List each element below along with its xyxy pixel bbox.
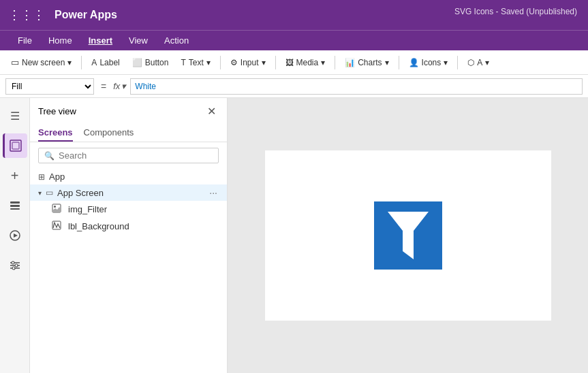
filter-icon-container [374,201,442,270]
canvas-area [228,98,588,373]
menu-rail-button[interactable]: ☰ [3,103,27,128]
label-icon: A [91,58,97,67]
chevron-down-icon: ▾ [206,58,211,67]
icons-button[interactable]: 👤 Icons ▾ [403,55,454,70]
chevron-down-icon: ▾ [444,58,448,67]
search-icon: 🔍 [44,151,55,161]
controls-rail-button[interactable] [3,253,27,278]
more-icon: ⬡ [467,58,474,67]
more-options-button[interactable]: ··· [208,187,219,198]
property-select[interactable]: Fill [5,78,94,95]
menu-home[interactable]: Home [42,34,79,47]
grid-icon: ⋮⋮⋮ [8,7,45,22]
button-button[interactable]: ⬜ Button [127,55,174,70]
image-icon [52,204,61,215]
svg-rect-4 [10,208,20,210]
svg-marker-16 [388,212,429,259]
formula-input[interactable] [130,78,583,95]
tab-screens[interactable]: Screens [38,125,73,142]
chevron-down-icon: ▾ [67,58,72,67]
app-title: Power Apps [55,9,117,21]
media-rail-button[interactable] [3,223,27,248]
chevron-down-icon: ▾ [38,189,42,197]
more-button[interactable]: ⬡ A ▾ [462,55,495,70]
menu-file[interactable]: File [11,34,39,47]
input-button[interactable]: ⚙ Input ▾ [225,55,271,70]
svg-rect-2 [10,201,20,204]
text-icon: T [181,58,185,67]
app-icon: ⊞ [38,172,45,182]
fx-label: fx ▾ [113,81,126,91]
tree-item-img-filter[interactable]: img_Filter [30,201,227,218]
svg-marker-6 [14,233,18,238]
screen-icon: ▭ [46,188,53,197]
chevron-down-icon: ▾ [485,58,489,67]
menu-view[interactable]: View [122,34,155,47]
media-icon: 🖼 [285,58,294,67]
charts-button[interactable]: 📊 Charts ▾ [339,55,394,70]
tree-item-lbl-background[interactable]: lbl_Background [30,218,227,235]
label-button[interactable]: A Label [86,55,125,70]
equals-sign: = [98,81,109,92]
data-rail-button[interactable] [3,193,27,218]
tree-item-appscreen[interactable]: ▾ ▭ App Screen ··· [30,184,227,201]
chevron-down-icon: ▾ [262,58,266,67]
icons-icon: 👤 [409,58,419,67]
charts-icon: 📊 [345,58,355,67]
chevron-down-icon: ▾ [385,58,389,67]
search-input[interactable] [59,150,213,161]
button-icon: ⬜ [132,58,142,67]
canvas-frame [265,150,551,321]
input-icon: ⚙ [230,58,238,67]
treepanel-close-button[interactable]: ✕ [204,103,219,119]
menu-action[interactable]: Action [157,34,196,47]
filter-svg-icon [388,212,429,259]
svg-point-12 [12,267,15,270]
svg-point-11 [15,264,18,267]
text-button[interactable]: T Text ▾ [175,55,215,70]
svg-rect-1 [12,142,19,149]
screens-rail-button[interactable] [3,133,27,158]
chevron-down-icon: ▾ [321,58,325,67]
add-rail-button[interactable]: + [3,163,27,188]
svg-rect-0 [10,140,21,151]
svg-point-14 [54,206,56,208]
saved-status: SVG Icons - Saved (Unpublished) [454,7,583,16]
tab-components[interactable]: Components [84,125,134,142]
tree-item-app[interactable]: ⊞ App [30,169,227,184]
new-screen-button[interactable]: ▭ New screen ▾ [5,54,77,70]
new-screen-icon: ▭ [11,57,19,67]
media-button[interactable]: 🖼 Media ▾ [280,55,331,70]
svg-rect-3 [10,205,20,207]
svg-point-10 [12,261,14,264]
label-icon [52,221,61,232]
treepanel-title: Tree view [38,106,76,116]
menu-insert[interactable]: Insert [82,34,119,47]
